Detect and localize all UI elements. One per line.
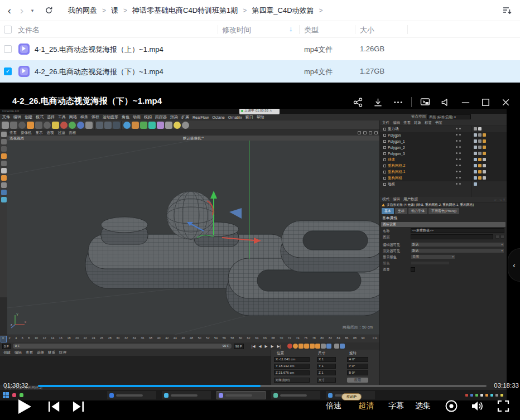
viewport-menu-item: 摄像机 [21,131,32,136]
total-time: 03:18:33 [494,382,519,389]
layer-field [411,234,493,239]
screencast-icon[interactable] [445,399,458,415]
frame-tick: 10 [35,336,38,340]
sort-desc-icon[interactable]: ↓ [289,25,293,33]
attribute-tab: 动力学体 [408,208,427,214]
speed-button[interactable]: 倍速 [326,401,341,411]
size-field: Y 1 [317,364,336,369]
file-type: mp4文件 [304,67,333,77]
sort-list-icon[interactable] [502,6,512,18]
history-dropdown-icon[interactable]: ▾ [28,8,37,13]
episode-drawer-handle[interactable]: ‹ [508,248,520,282]
coords-header-size: 尺寸 [318,351,325,356]
svg-text:z: z [11,323,12,326]
pip-icon[interactable] [415,95,435,109]
visibility-dots-icon [456,177,464,178]
file-row[interactable]: 4-1_25.电商动态视觉海报（上）~1.mp4 mp4文件 1.26GB [0,38,520,60]
toolbar-separator [94,121,95,129]
viewport-menu-item: 过滤 [58,131,65,136]
frame-tick: 76 [304,336,307,340]
coords-header-rotation: 旋转 [349,351,357,356]
previous-episode-button[interactable] [48,400,60,415]
share-icon[interactable] [348,95,368,109]
video-frame[interactable]: Cinema 4D 上课中 01:00:55 ∧ 文件编辑创建模式选择工具网格样… [0,109,507,400]
svg-text:Y: Y [16,313,18,316]
object-name: 重构网格.2 [388,163,405,168]
icon-settings-bar: 图标设置 [381,222,505,227]
file-name[interactable]: 4-2_26.电商动态视觉海报（下）~1.mp4 [35,67,163,77]
y-axis-lock-icon [69,122,76,129]
attribute-tab: 平滑着色(Phong) [428,208,459,214]
field-label: 编辑器可见 [383,243,400,248]
seek-bar[interactable] [38,385,487,387]
viewport-menu-item: 查看 [9,131,17,136]
column-modified[interactable]: 修改时间 [222,25,251,35]
x-axis-lock-icon [60,122,68,129]
episodes-button[interactable]: 选集 [415,401,431,411]
frame-tick: 72 [288,336,291,340]
am-menu-item: 模式 [382,197,389,202]
lock-icon [1,190,7,195]
viewport-filter-icon [1,197,7,202]
more-icon[interactable] [388,95,408,109]
breadcrumb-item[interactable]: 课 [111,6,118,16]
timeline-window-icon [334,344,339,349]
basic-properties-label: 基本属性 [380,214,507,221]
frame-tick: 8 [28,336,30,340]
live-selection-icon [18,122,26,129]
breadcrumb: 我的网盘 > 课 > 神话零基础电商C4D特训班第1期 > 第四章_C4D动效篇… [68,6,328,16]
c4d-menu-item: 工具 [58,114,66,120]
column-type[interactable]: 类型 [304,25,319,35]
c4d-viewport: 查看摄像机显示选项过滤面板 透视视图 默认摄像机:* [7,130,379,335]
file-checkbox[interactable] [4,45,12,53]
refresh-icon[interactable] [41,3,56,18]
select-all-checkbox[interactable] [4,26,12,33]
texture-mode-icon [1,139,7,144]
file-name[interactable]: 4-1_25.电商动态视觉海报（上）~1.mp4 [35,45,163,55]
breadcrumb-item[interactable]: 我的网盘 [68,6,97,16]
file-checkbox[interactable] [4,67,12,75]
breadcrumb-item[interactable]: 第四章_C4D动效篇 [252,6,314,16]
frame-tick: 56 [223,336,226,340]
object-tags [474,182,478,186]
pla-key-icon [321,344,326,349]
fullscreen-icon[interactable] [497,399,510,415]
column-name[interactable]: 文件名 [18,25,40,35]
next-episode-button[interactable] [73,400,85,415]
object-name: 球体 [388,157,395,162]
back-icon[interactable]: ‹ [3,1,16,21]
feedback-icon[interactable] [435,95,455,109]
svip-badge: SVIP [341,393,362,400]
subtitles-button[interactable]: 字幕 [388,401,404,411]
timeline-ruler: 0246810121416182022242628303234363840424… [0,335,379,342]
maximize-icon[interactable] [475,95,495,109]
keyframe-buttons [287,344,332,349]
model-mode-icon [1,132,7,137]
column-divider [355,25,355,34]
visibility-dots-icon [456,183,464,185]
column-size[interactable]: 大小 [360,25,374,35]
visibility-dots-icon [456,171,464,172]
am-menu-item: 编辑 [393,197,400,202]
pen-spline-icon [132,122,139,129]
close-icon[interactable] [495,95,516,109]
frame-range-slider: 0 F 90 F [13,344,232,349]
minimize-icon[interactable] [455,95,475,109]
material-menu-item: 纹理 [59,350,66,355]
attribute-tabs: 基本坐标动力学体平滑着色(Phong) [380,207,507,214]
breadcrumb-item[interactable]: 神话零基础电商C4D特训班第1期 [132,6,238,16]
quality-button[interactable]: 超清 [358,401,374,411]
file-row[interactable]: 4-2_26.电商动态视觉海报（下）~1.mp4 mp4文件 1.27GB [0,60,520,83]
field-label: 图层 [383,235,389,240]
play-button[interactable] [18,399,32,417]
object-tags [474,146,487,149]
polygons-mode-icon [1,168,7,173]
undo-icon [2,122,9,129]
playback-button: ◀ [258,344,261,349]
c4d-menu-item: 跟踪器 [155,114,167,120]
forward-icon[interactable]: › [16,1,28,21]
coords-row: X -11.041 cm X 1 H 0° [271,357,380,363]
volume-icon[interactable] [470,399,484,415]
download-icon[interactable] [368,95,388,109]
screen: ‹ › ▾ 我的网盘 > 课 > 神话零基础电商C4D特训班第1期 > 第四章_… [0,0,520,420]
